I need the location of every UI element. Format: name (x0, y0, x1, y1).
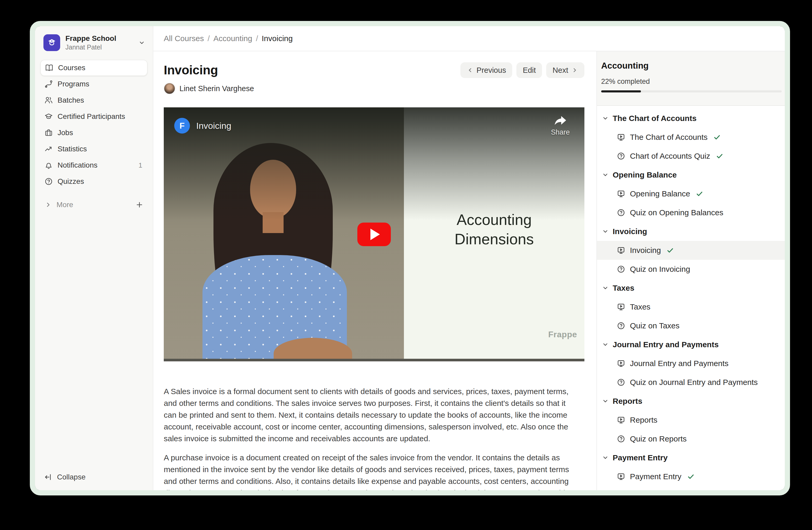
sidebar-item-label: Jobs (58, 128, 143, 137)
collapse-sidebar-button[interactable]: Collapse (40, 469, 147, 485)
outline-section-taxes[interactable]: Taxes (597, 279, 785, 297)
course-outline-list: The Chart of Accounts The Chart of Accou… (597, 106, 785, 486)
sidebar-item-certified-participants[interactable]: Certified Participants (40, 108, 147, 125)
sidebar-item-statistics[interactable]: Statistics (40, 141, 147, 157)
sidebar-item-more[interactable]: More (40, 197, 147, 213)
outline-lesson-payment-entry[interactable]: Payment Entry (597, 467, 785, 486)
chevron-right-icon (44, 201, 52, 208)
quiz-icon (617, 378, 625, 387)
outline-lesson-quiz-on-journal-entry-and-payments[interactable]: Quiz on Journal Entry and Payments (597, 373, 785, 392)
school-switcher[interactable]: Frappe School Jannat Patel (35, 26, 153, 58)
outline-lesson-label: The Chart of Accounts (630, 133, 708, 142)
author-row: Linet Sherin Varghese (164, 83, 584, 94)
breadcrumb-all-courses[interactable]: All Courses (164, 34, 204, 43)
video-progress-bar[interactable] (164, 359, 584, 361)
paragraph: A Sales invoice is a formal document sen… (164, 386, 577, 444)
next-button[interactable]: Next (546, 62, 584, 78)
sidebar-item-courses[interactable]: Courses (40, 60, 147, 76)
frappe-watermark: Frappe (548, 330, 577, 339)
outline-section-title: Journal Entry and Payments (613, 340, 719, 349)
breadcrumb: All Courses / Accounting / Invoicing (153, 26, 785, 51)
chevron-down-icon (602, 172, 608, 178)
outline-lesson-label: Opening Balance (630, 189, 690, 198)
outline-lesson-chart-of-accounts-quiz[interactable]: Chart of Accounts Quiz (597, 147, 785, 166)
paragraph: A purchase invoice is a document created… (164, 452, 577, 490)
app-window: Frappe School Jannat Patel Courses Progr… (30, 21, 790, 496)
outline-lesson-label: Journal Entry and Payments (630, 359, 728, 368)
chevron-right-icon (571, 67, 578, 73)
course-title: Accounting (601, 61, 781, 71)
chevron-down-icon (138, 39, 145, 46)
play-icon (371, 228, 380, 240)
outline-lesson-journal-entry-and-payments[interactable]: Journal Entry and Payments (597, 354, 785, 373)
outline-lesson-quiz-on-reports[interactable]: Quiz on Reports (597, 430, 785, 448)
breadcrumb-current: Invoicing (262, 34, 293, 43)
video-title-overlay[interactable]: Invoicing (196, 121, 231, 131)
add-button[interactable] (135, 201, 143, 209)
sidebar-item-programs[interactable]: Programs (40, 76, 147, 92)
author-name: Linet Sherin Varghese (179, 84, 254, 93)
sidebar-item-notifications[interactable]: Notifications 1 (40, 157, 147, 173)
course-outline-panel: Accounting 22% completed The Chart of Ac… (596, 51, 785, 490)
quiz-icon (617, 265, 625, 274)
outline-section-journal-entry-and-payments[interactable]: Journal Entry and Payments (597, 335, 785, 354)
share-button[interactable]: Share (551, 116, 570, 137)
bell-icon (44, 161, 53, 169)
outline-section-invoicing[interactable]: Invoicing (597, 222, 785, 241)
collapse-label: Collapse (57, 473, 86, 481)
sidebar-item-label: Batches (58, 96, 143, 104)
outline-lesson-reports[interactable]: Reports (597, 410, 785, 430)
outline-section-title: Payment Entry (613, 453, 668, 462)
quiz-icon (617, 435, 625, 443)
outline-lesson-label: Quiz on Opening Balances (630, 208, 723, 217)
sidebar-item-batches[interactable]: Batches (40, 92, 147, 108)
breadcrumb-accounting[interactable]: Accounting (214, 34, 252, 43)
help-circle-icon (44, 177, 53, 186)
sidebar-item-label: Statistics (58, 145, 143, 153)
outline-lesson-quiz-on-taxes[interactable]: Quiz on Taxes (597, 316, 785, 335)
outline-section-reports[interactable]: Reports (597, 392, 785, 410)
lesson-content: Invoicing Previous Edit (153, 51, 596, 490)
channel-avatar[interactable]: F (174, 118, 190, 134)
outline-section-the-chart-of-accounts[interactable]: The Chart of Accounts (597, 109, 785, 128)
outline-section-opening-balance[interactable]: Opening Balance (597, 166, 785, 184)
notification-count-badge: 1 (139, 161, 143, 169)
school-name: Frappe School (66, 34, 133, 43)
briefcase-icon (44, 128, 53, 137)
quiz-icon (617, 208, 625, 217)
outline-lesson-label: Payment Entry (630, 472, 681, 481)
outline-lesson-invoicing[interactable]: Invoicing (597, 241, 785, 260)
outline-lesson-label: Quiz on Invoicing (630, 265, 690, 274)
previous-button[interactable]: Previous (460, 62, 512, 78)
play-button[interactable] (357, 223, 391, 246)
outline-lesson-opening-balance[interactable]: Opening Balance (597, 184, 785, 203)
outline-lesson-label: Quiz on Journal Entry and Payments (630, 378, 758, 387)
video-player[interactable]: Accounting Dimensions Frappe F Invoicing (164, 107, 584, 361)
page-title: Invoicing (164, 62, 218, 79)
outline-lesson-quiz-on-opening-balances[interactable]: Quiz on Opening Balances (597, 203, 785, 222)
school-user-name: Jannat Patel (66, 43, 133, 51)
outline-lesson-quiz-on-invoicing[interactable]: Quiz on Invoicing (597, 260, 785, 279)
chevron-down-icon (602, 115, 608, 122)
quiz-icon (617, 152, 625, 160)
outline-lesson-label: Invoicing (630, 246, 661, 255)
route-icon (44, 80, 53, 88)
outline-section-title: Taxes (613, 283, 634, 293)
monitor-play-icon (617, 303, 625, 311)
monitor-play-icon (617, 190, 625, 198)
outline-lesson-taxes[interactable]: Taxes (597, 297, 785, 316)
sidebar: Frappe School Jannat Patel Courses Progr… (35, 26, 153, 490)
share-icon (553, 116, 567, 127)
sidebar-item-jobs[interactable]: Jobs (40, 125, 147, 141)
sidebar-item-quizzes[interactable]: Quizzes (40, 173, 147, 190)
check-icon (687, 473, 695, 480)
check-icon (716, 152, 723, 160)
users-icon (44, 96, 53, 104)
edit-button[interactable]: Edit (517, 62, 542, 78)
page-background: Frappe School Jannat Patel Courses Progr… (0, 0, 812, 530)
outline-section-payment-entry[interactable]: Payment Entry (597, 448, 785, 467)
sidebar-item-label: Certified Participants (58, 112, 143, 121)
monitor-play-icon (617, 472, 625, 481)
outline-lesson-the-chart-of-accounts[interactable]: The Chart of Accounts (597, 128, 785, 147)
lesson-text: A Sales invoice is a formal document sen… (164, 386, 584, 490)
